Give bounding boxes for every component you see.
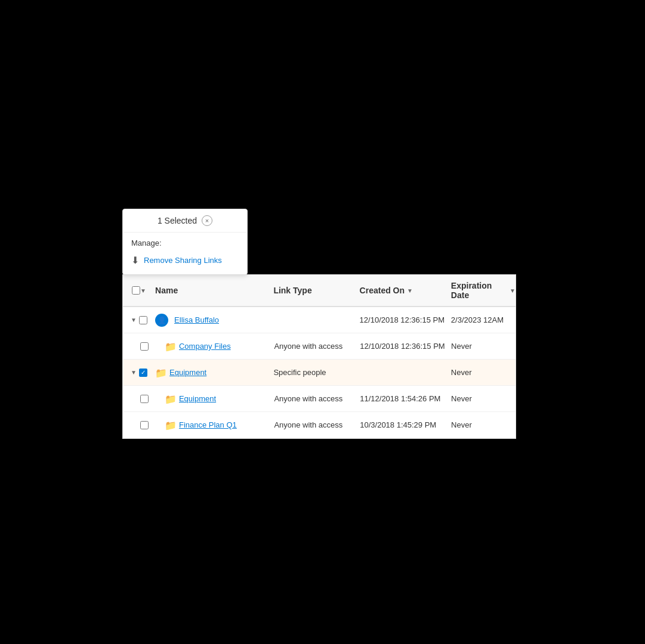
row-expand-check-col: ▼ ✓: [123, 369, 155, 377]
row-expand-check-col: [123, 342, 155, 351]
manage-label: Manage:: [123, 233, 247, 250]
selection-popup: 1 Selected × Manage: ⬇ Remove Sharing Li…: [122, 209, 248, 275]
row-name-col: 📁 Equipment: [155, 394, 274, 404]
table-row: 📁 Equipment Anyone with access 11/12/201…: [123, 386, 516, 412]
row-name-col: 📁 Finance Plan Q1: [155, 420, 274, 431]
sharing-links-table: ▼ Name Link Type Created On ▼ Expiration…: [122, 274, 516, 439]
row-name-link[interactable]: Equipment: [169, 368, 206, 377]
createdon-column-header[interactable]: Created On ▼: [360, 286, 451, 295]
row-linktype-col: Specific people: [273, 368, 359, 377]
table-row: 📁 Company Files Anyone with access 12/10…: [123, 333, 516, 360]
table-row: ▼ 👤 Ellisa Buffalo 12/10/2018 12:36:15 P…: [123, 307, 516, 333]
folder-icon: 📁: [165, 394, 175, 404]
row-createdon-col: 12/10/2018 12:36:15 PM: [360, 342, 451, 351]
row-name-link[interactable]: Equipment: [179, 394, 216, 403]
remove-sharing-links-button[interactable]: ⬇ Remove Sharing Links: [123, 250, 247, 274]
name-column-header: Name: [155, 286, 273, 295]
row-expand-check-col: ▼: [123, 316, 155, 324]
row-expiration-col: Never: [451, 394, 516, 403]
folder-icon: 📁: [165, 420, 175, 431]
row-name-col: 📁 Equipment: [155, 367, 273, 378]
row-linktype-col: Anyone with access: [274, 342, 360, 351]
remove-sharing-icon: ⬇: [131, 255, 139, 266]
row-expiration-col: Never: [451, 420, 516, 429]
row-checkbox[interactable]: [139, 316, 147, 324]
selected-count-label: 1 Selected: [158, 216, 197, 225]
row-checkbox[interactable]: [140, 342, 149, 351]
row-expiration-col: 2/3/2023 12AM: [451, 315, 516, 324]
row-createdon-col: 10/3/2018 1:45:29 PM: [360, 420, 451, 429]
row-expiration-col: Never: [451, 342, 516, 351]
expiration-column-header[interactable]: Expiration Date ▼: [451, 281, 516, 300]
table-row: ▼ ✓ 📁 Equipment Specific people Never: [123, 360, 516, 386]
select-all-checkbox[interactable]: [132, 286, 140, 295]
row-name-col: 👤 Ellisa Buffalo: [155, 314, 273, 327]
expiration-col-label: Expiration Date: [451, 281, 507, 300]
row-checkbox[interactable]: [140, 421, 149, 429]
name-col-label: Name: [155, 286, 178, 295]
remove-sharing-label: Remove Sharing Links: [144, 256, 222, 265]
folder-icon: 📁: [165, 341, 175, 352]
expiration-filter-icon: ▼: [510, 287, 516, 294]
linktype-column-header: Link Type: [273, 286, 359, 295]
header-checkbox-col: ▼: [123, 286, 155, 295]
popup-header: 1 Selected ×: [123, 209, 247, 233]
expand-arrow-icon[interactable]: ▼: [131, 317, 137, 323]
row-name-link[interactable]: Company Files: [179, 342, 231, 351]
table-header: ▼ Name Link Type Created On ▼ Expiration…: [123, 275, 516, 307]
folder-icon: 📁: [155, 367, 166, 378]
popup-close-button[interactable]: ×: [202, 215, 212, 226]
expand-arrow-icon[interactable]: ▼: [131, 369, 137, 376]
row-checkbox[interactable]: [140, 395, 149, 403]
row-createdon-col: 11/12/2018 1:54:26 PM: [360, 394, 451, 403]
close-icon: ×: [205, 218, 209, 224]
row-expand-check-col: [123, 395, 155, 403]
createdon-col-label: Created On: [360, 286, 405, 295]
row-createdon-col: 12/10/2018 12:36:15 PM: [360, 315, 451, 324]
createdon-filter-icon: ▼: [407, 287, 413, 294]
row-linktype-col: Anyone with access: [274, 394, 360, 403]
row-expand-check-col: [123, 421, 155, 429]
person-icon: 👤: [155, 314, 168, 327]
name-filter-icon: ▼: [140, 287, 146, 294]
row-name-link[interactable]: Ellisa Buffalo: [174, 315, 219, 324]
row-expiration-col: Never: [451, 368, 516, 377]
checked-checkbox[interactable]: ✓: [139, 369, 147, 377]
row-linktype-col: Anyone with access: [274, 420, 360, 429]
row-name-link[interactable]: Finance Plan Q1: [179, 420, 237, 429]
linktype-col-label: Link Type: [273, 286, 311, 295]
row-name-col: 📁 Company Files: [155, 341, 274, 352]
table-row: 📁 Finance Plan Q1 Anyone with access 10/…: [123, 412, 516, 438]
